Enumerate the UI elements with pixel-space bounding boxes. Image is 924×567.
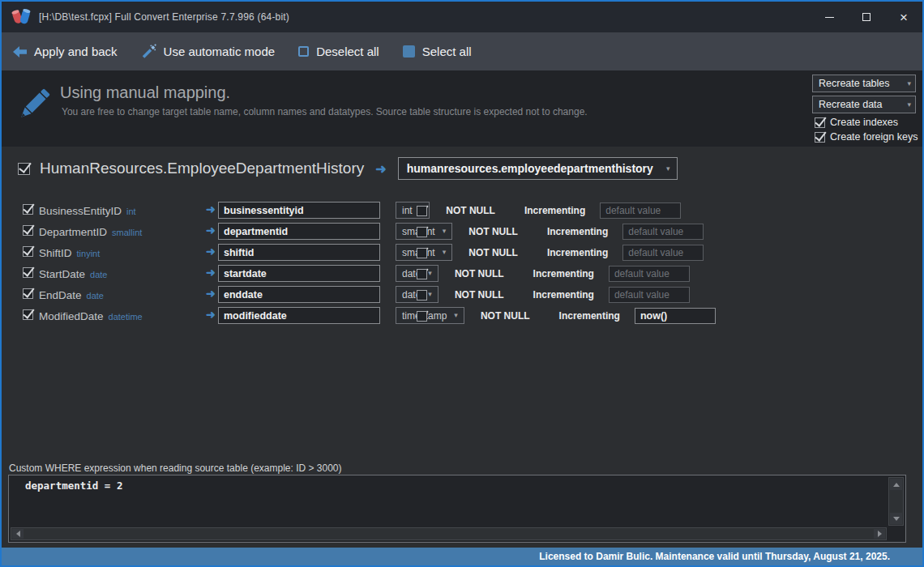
incrementing-option[interactable]: Incrementing — [524, 205, 585, 216]
column-attributes: date ▾ NOT NULL Incrementing — [396, 286, 690, 303]
incrementing-option[interactable]: Incrementing — [559, 310, 620, 322]
use-automatic-mode-button[interactable]: Use automatic mode — [141, 44, 288, 59]
chevron-down-icon: ▾ — [428, 291, 432, 298]
recreate-data-select[interactable]: Recreate data ▾ — [812, 96, 916, 113]
column-select-checkbox[interactable] — [23, 309, 33, 320]
not-null-option[interactable]: NOT NULL — [468, 226, 518, 237]
recreate-data-value: Recreate data — [819, 99, 907, 110]
app-logo-icon — [10, 6, 32, 28]
incrementing-checkbox[interactable] — [417, 269, 427, 279]
source-column-type: date — [87, 291, 104, 301]
default-value-input[interactable] — [600, 202, 681, 219]
target-column-input[interactable] — [218, 244, 380, 261]
column-mapping-row: DepartmentIDsmallint ➜ smallint ▾ NOT NU… — [2, 221, 922, 242]
create-foreign-keys-label: Create foreign keys — [830, 131, 918, 143]
incrementing-option[interactable]: Incrementing — [533, 268, 594, 279]
column-select-checkbox[interactable] — [23, 246, 33, 257]
maximize-button[interactable] — [848, 2, 885, 32]
vertical-scrollbar[interactable] — [888, 477, 904, 526]
back-arrow-icon — [13, 46, 27, 58]
source-column-type: date — [90, 270, 107, 279]
where-expression-label: Custom WHERE expression when reading sou… — [9, 463, 342, 474]
source-column-type: tinyint — [77, 249, 101, 258]
default-value-input[interactable] — [635, 308, 716, 324]
scroll-left-button[interactable] — [12, 529, 24, 539]
not-null-label: NOT NULL — [468, 226, 518, 237]
title-bar: [H:\DB\test.fcpx] Full Convert Enterpris… — [2, 2, 922, 32]
column-mapping-row: ShiftIDtinyint ➜ smallint ▾ NOT NULL Inc… — [2, 242, 922, 263]
chevron-down-icon: ▾ — [443, 249, 447, 256]
column-attributes: smallint ▾ NOT NULL Incrementing — [396, 223, 704, 240]
default-value-input[interactable] — [622, 245, 704, 261]
column-select-checkbox[interactable] — [23, 267, 33, 278]
toolbar: Apply and back Use automatic mode Desele… — [2, 32, 922, 70]
incrementing-checkbox[interactable] — [417, 206, 427, 216]
target-type-select[interactable]: timestamp ▾ — [396, 307, 464, 324]
banner-title: Using manual mapping. — [60, 83, 230, 102]
column-select-checkbox[interactable] — [23, 225, 33, 236]
not-null-option[interactable]: NOT NULL — [455, 268, 504, 279]
chevron-down-icon: ▾ — [454, 312, 458, 319]
default-value-input[interactable] — [609, 287, 690, 303]
filled-checkbox-icon — [403, 45, 415, 58]
not-null-label: NOT NULL — [468, 247, 518, 258]
column-mapping-row: EndDatedate ➜ date ▾ NOT NULL Incrementi… — [2, 284, 922, 305]
column-select-checkbox[interactable] — [23, 288, 33, 299]
apply-and-back-label: Apply and back — [34, 45, 118, 58]
table-select-checkbox[interactable] — [18, 163, 30, 175]
incrementing-checkbox[interactable] — [417, 248, 427, 258]
info-banner: Using manual mapping. You are free to ch… — [2, 70, 922, 147]
source-column-type: datetime — [109, 312, 143, 322]
minimize-button[interactable] — [811, 2, 848, 32]
column-mapping-row: ModifiedDatedatetime ➜ timestamp ▾ NOT N… — [2, 305, 922, 326]
where-expression-editor[interactable]: departmentid = 2 — [8, 475, 906, 543]
table-mapping-header: HumanResources.EmployeeDepartmentHistory… — [18, 157, 678, 180]
chevron-down-icon: ▾ — [443, 228, 447, 235]
incrementing-checkbox[interactable] — [417, 311, 427, 322]
create-foreign-keys-checkbox[interactable] — [815, 132, 825, 143]
default-value-input[interactable] — [622, 224, 704, 240]
scroll-down-button[interactable] — [890, 513, 902, 524]
target-column-input[interactable] — [218, 286, 380, 303]
incrementing-label: Incrementing — [559, 310, 620, 322]
not-null-option[interactable]: NOT NULL — [468, 247, 518, 258]
target-table-combobox[interactable]: humanresources.employeedepartmenthistory… — [398, 157, 678, 180]
mapping-arrow-icon: ➜ — [206, 308, 216, 321]
target-column-input[interactable] — [218, 223, 380, 240]
incrementing-checkbox[interactable] — [417, 290, 427, 301]
apply-and-back-button[interactable]: Apply and back — [13, 45, 130, 58]
source-column-name: StartDate — [39, 268, 85, 280]
create-indexes-option[interactable]: Create indexes — [815, 117, 916, 128]
scroll-right-button[interactable] — [874, 529, 885, 539]
source-column: BusinessEntityIDint — [39, 203, 136, 218]
incrementing-option[interactable]: Incrementing — [547, 226, 608, 237]
not-null-option[interactable]: NOT NULL — [481, 310, 530, 322]
source-table-name: HumanResources.EmployeeDepartmentHistory — [40, 160, 364, 177]
incrementing-checkbox[interactable] — [417, 227, 427, 237]
default-value-input[interactable] — [609, 266, 690, 282]
not-null-option[interactable]: NOT NULL — [455, 289, 504, 301]
select-all-button[interactable]: Select all — [403, 45, 484, 58]
target-type-value: int — [402, 205, 413, 216]
target-column-input[interactable] — [218, 265, 380, 282]
deselect-all-button[interactable]: Deselect all — [298, 45, 391, 58]
column-select-checkbox[interactable] — [23, 204, 33, 215]
target-column-input[interactable] — [218, 202, 380, 219]
status-bar: Licensed to Damir Bulic. Maintenance val… — [2, 548, 922, 565]
not-null-label: NOT NULL — [481, 310, 530, 322]
not-null-option[interactable]: NOT NULL — [446, 205, 495, 216]
mapping-arrow-icon: ➜ — [206, 224, 216, 237]
incrementing-option[interactable]: Incrementing — [533, 289, 594, 301]
create-foreign-keys-option[interactable]: Create foreign keys — [815, 131, 916, 143]
banner-subtitle: You are free to change target table name… — [62, 106, 588, 117]
recreate-tables-select[interactable]: Recreate tables ▾ — [812, 75, 916, 92]
mapping-arrow-icon: ➜ — [206, 202, 216, 215]
source-column: EndDatedate — [39, 288, 104, 302]
horizontal-scrollbar[interactable] — [11, 527, 887, 540]
incrementing-label: Incrementing — [533, 289, 594, 301]
scroll-up-button[interactable] — [890, 479, 902, 490]
target-column-input[interactable] — [218, 307, 380, 324]
create-indexes-checkbox[interactable] — [815, 117, 825, 128]
close-button[interactable]: × — [885, 2, 922, 32]
incrementing-option[interactable]: Incrementing — [547, 247, 608, 258]
